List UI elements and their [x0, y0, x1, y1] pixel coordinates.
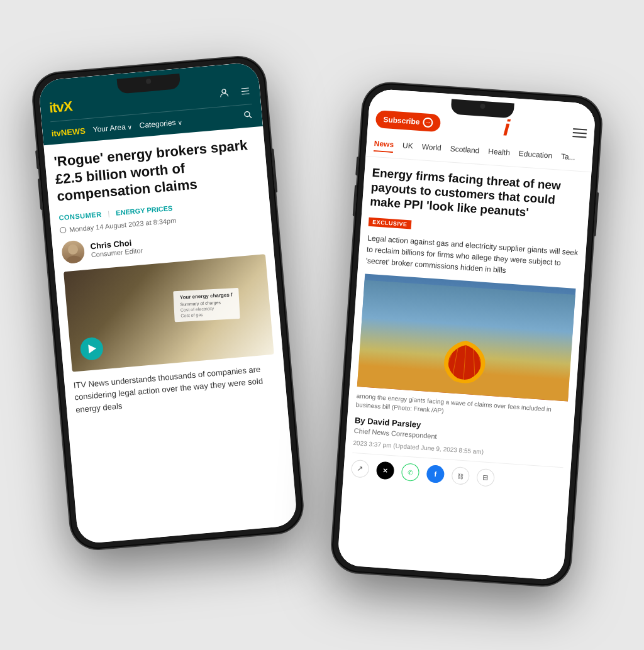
hamburger-menu[interactable] [572, 128, 587, 138]
nav-scotland[interactable]: Scotland [450, 144, 480, 158]
svg-line-5 [249, 116, 252, 118]
itvx-screen: itvX itvNEWS Your Area ∨ [38, 62, 297, 544]
hamburger-line-3 [572, 136, 586, 138]
subscribe-button[interactable]: Subscribe → [375, 110, 441, 132]
i-headline: Energy firms facing threat of new payout… [370, 166, 584, 224]
itvx-logo: itvX [48, 98, 73, 116]
categories-nav[interactable]: Categories ∨ [139, 118, 182, 130]
link-icon[interactable]: ⛓ [451, 466, 470, 485]
facebook-icon[interactable]: f [426, 465, 445, 484]
volume-up-button [35, 150, 40, 169]
categories-chevron: ∨ [177, 118, 182, 126]
nav-more[interactable]: Ta... [560, 152, 575, 166]
svg-point-6 [67, 244, 78, 255]
nav-health[interactable]: Health [487, 147, 510, 161]
i-screen: Subscribe → i News UK World [337, 88, 596, 580]
itvx-icons [218, 85, 251, 99]
search-icon[interactable] [243, 109, 253, 120]
phone-left: itvX itvNEWS Your Area ∨ [31, 55, 305, 551]
x-text: X [63, 98, 73, 114]
author-avatar [61, 240, 86, 264]
categories-label: Categories [139, 118, 176, 130]
nav-education[interactable]: Education [518, 149, 553, 164]
avatar-image [61, 240, 86, 264]
user-icon[interactable] [218, 87, 230, 99]
volume-down-button [38, 179, 43, 210]
itvx-summary: ITV News understands thousands of compan… [73, 361, 278, 416]
author-info: Chris Choi Consumer Editor [90, 237, 143, 258]
news-text: NEWS [60, 126, 86, 137]
twitter-icon[interactable]: ✕ [376, 461, 395, 480]
share-icon[interactable]: ↗ [351, 460, 370, 478]
search-wrapper[interactable] [243, 109, 254, 123]
subscribe-label: Subscribe [383, 115, 420, 126]
itvx-news-badge: itvNEWS [51, 126, 86, 138]
play-button[interactable] [79, 336, 104, 361]
hamburger-line-2 [573, 132, 587, 135]
shell-svg [438, 336, 491, 387]
clock-icon [60, 226, 67, 233]
bookmark-icon[interactable]: ⊟ [476, 468, 495, 487]
phone-right: Subscribe → i News UK World [330, 82, 602, 588]
consumer-tag[interactable]: CONSUMER [58, 210, 102, 221]
itvx-article-image: Your energy charges f Summary of charges… [64, 254, 274, 372]
shell-logo [438, 336, 492, 383]
power-button-right [593, 192, 599, 236]
i-content: Energy firms facing threat of new payout… [343, 157, 592, 501]
svg-line-1 [242, 88, 249, 89]
svg-point-7 [66, 255, 82, 264]
scene: itvX itvNEWS Your Area ∨ [39, 26, 605, 624]
itvx-content: 'Rogue' energy brokers spark £2.5 billio… [43, 126, 287, 426]
itv-text: itv [48, 99, 64, 116]
hamburger-icon[interactable] [239, 85, 252, 97]
power-button [271, 148, 277, 192]
tag-divider: | [108, 209, 110, 217]
nav-news[interactable]: News [374, 139, 394, 153]
volume-down-button-right [353, 185, 357, 216]
nav-world[interactable]: World [421, 142, 441, 156]
play-triangle-icon [88, 344, 96, 353]
svg-line-2 [242, 91, 249, 91]
exclusive-badge: EXCLUSIVE [369, 218, 411, 229]
itvx-headline: 'Rogue' energy brokers spark £2.5 billio… [53, 136, 260, 205]
nav-uk[interactable]: UK [402, 141, 413, 154]
bill-overlay: Your energy charges f Summary of charges… [173, 287, 240, 321]
i-standfirst: Legal action against gas and electricity… [365, 233, 579, 281]
bill-text1: Your energy charges f [179, 292, 232, 300]
svg-line-3 [242, 94, 250, 94]
hamburger-line-1 [573, 128, 587, 131]
subscribe-arrow-icon: → [423, 117, 433, 128]
svg-point-0 [222, 89, 226, 94]
i-article-image [357, 274, 576, 402]
volume-up-button-right [355, 157, 359, 175]
your-area-chevron: ∨ [127, 123, 132, 130]
energy-prices-tag[interactable]: ENERGY PRICES [116, 204, 173, 216]
your-area-nav[interactable]: Your Area ∨ [92, 122, 132, 134]
avatar-svg [61, 240, 86, 264]
whatsapp-icon[interactable]: ✆ [401, 463, 420, 482]
your-area-label: Your Area [92, 123, 126, 135]
itv-nav-text: itv [51, 128, 61, 138]
i-logo: i [502, 116, 511, 140]
